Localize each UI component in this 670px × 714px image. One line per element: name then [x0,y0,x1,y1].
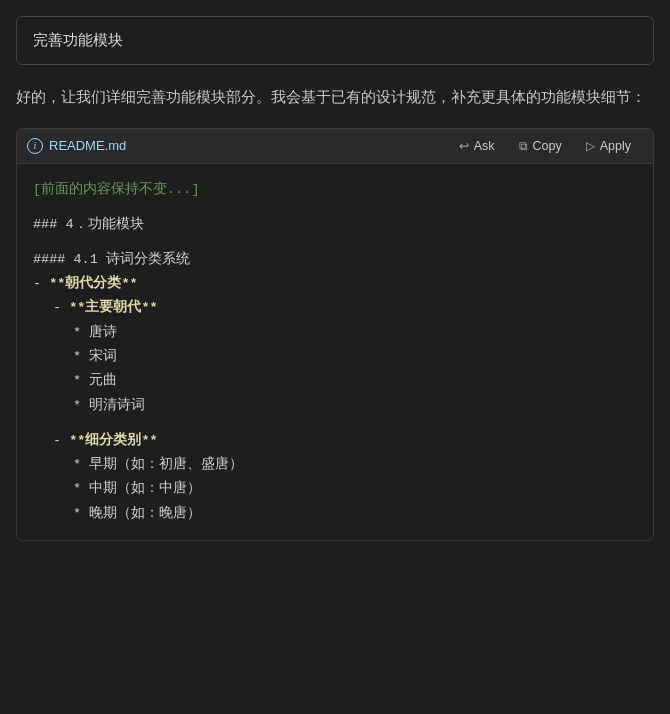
code-line: * 中期（如：中唐） [33,477,637,501]
code-line [33,418,637,429]
apply-button[interactable]: ▷ Apply [574,135,643,157]
code-line: ### 4．功能模块 [33,213,637,237]
message-area: 好的，让我们详细完善功能模块部分。我会基于已有的设计规范，补充更具体的功能模块细… [16,85,654,110]
input-value: 完善功能模块 [33,31,123,48]
code-line: - **细分类别** [33,429,637,453]
code-block-header-left: i README.md [27,138,126,154]
code-line [33,237,637,248]
code-line [33,202,637,213]
ask-label: Ask [474,139,495,153]
ask-button[interactable]: ↩ Ask [447,135,507,157]
copy-label: Copy [533,139,562,153]
code-line: #### 4.1 诗词分类系统 [33,248,637,272]
code-block-header: i README.md ↩ Ask ⧉ Copy ▷ Apply [17,129,653,164]
apply-icon: ▷ [586,139,595,153]
code-line: * 宋词 [33,345,637,369]
ask-icon: ↩ [459,139,469,153]
code-line: * 晚期（如：晚唐） [33,502,637,526]
code-line: - **朝代分类** [33,272,637,296]
code-line: * 唐诗 [33,321,637,345]
code-block-wrapper: i README.md ↩ Ask ⧉ Copy ▷ Apply [前面的内容保… [16,128,654,541]
code-line: * 早期（如：初唐、盛唐） [33,453,637,477]
code-block-header-right: ↩ Ask ⧉ Copy ▷ Apply [447,135,643,157]
code-line: * 明清诗词 [33,394,637,418]
info-icon: i [27,138,43,154]
copy-button[interactable]: ⧉ Copy [507,135,574,157]
code-line: * 元曲 [33,369,637,393]
apply-label: Apply [600,139,631,153]
code-content: [前面的内容保持不变...] ### 4．功能模块 #### 4.1 诗词分类系… [17,164,653,540]
filename-label: README.md [49,138,126,153]
code-line: [前面的内容保持不变...] [33,178,637,202]
copy-icon: ⧉ [519,139,528,153]
input-box[interactable]: 完善功能模块 [16,16,654,65]
code-line: - **主要朝代** [33,296,637,320]
message-text: 好的，让我们详细完善功能模块部分。我会基于已有的设计规范，补充更具体的功能模块细… [16,89,646,105]
